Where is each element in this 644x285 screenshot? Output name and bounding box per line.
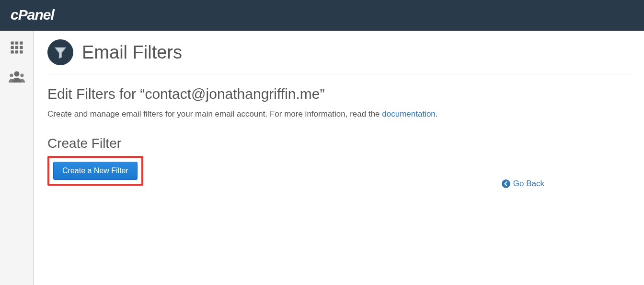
svg-rect-5 [15, 46, 18, 49]
svg-rect-3 [20, 42, 23, 45]
go-back-link[interactable]: Go Back [502, 179, 544, 189]
svg-point-12 [20, 74, 23, 77]
svg-point-11 [10, 74, 13, 77]
description-period: . [436, 109, 438, 119]
content-area: Email Filters Edit Filters for “contact@… [34, 31, 644, 285]
highlight-annotation: Create a New Filter [47, 156, 143, 186]
sidebar [0, 31, 34, 285]
users-icon[interactable] [9, 70, 25, 85]
funnel-icon [47, 39, 73, 65]
go-back-label: Go Back [513, 179, 544, 189]
svg-rect-6 [20, 46, 23, 49]
svg-point-10 [14, 71, 19, 77]
documentation-link[interactable]: documentation [382, 109, 436, 119]
page-title: Email Filters [82, 42, 182, 63]
svg-text:cPanel: cPanel [11, 7, 55, 23]
create-filter-title: Create Filter [47, 136, 631, 151]
svg-rect-7 [11, 50, 13, 53]
cpanel-logo[interactable]: cPanel [11, 7, 78, 24]
edit-filters-subtitle: Edit Filters for “contact@jonathangriffi… [47, 86, 631, 102]
arrow-left-circle-icon [502, 179, 510, 188]
page-header: Email Filters [47, 39, 631, 74]
description-text: Create and manage email filters for your… [47, 108, 631, 120]
svg-rect-9 [20, 50, 23, 53]
svg-rect-2 [15, 42, 18, 45]
subtitle-prefix: Edit Filters for “ [47, 86, 145, 102]
svg-rect-1 [11, 42, 13, 45]
description-body: Create and manage email filters for your… [47, 109, 382, 119]
create-new-filter-button[interactable]: Create a New Filter [53, 162, 138, 180]
svg-rect-4 [11, 46, 13, 49]
main-wrapper: Email Filters Edit Filters for “contact@… [0, 31, 644, 285]
topbar: cPanel [0, 0, 644, 31]
apps-grid-icon[interactable] [10, 40, 24, 57]
svg-rect-8 [15, 50, 18, 53]
subtitle-suffix: ” [320, 86, 325, 102]
subtitle-email: contact@jonathangriffin.me [145, 86, 320, 102]
